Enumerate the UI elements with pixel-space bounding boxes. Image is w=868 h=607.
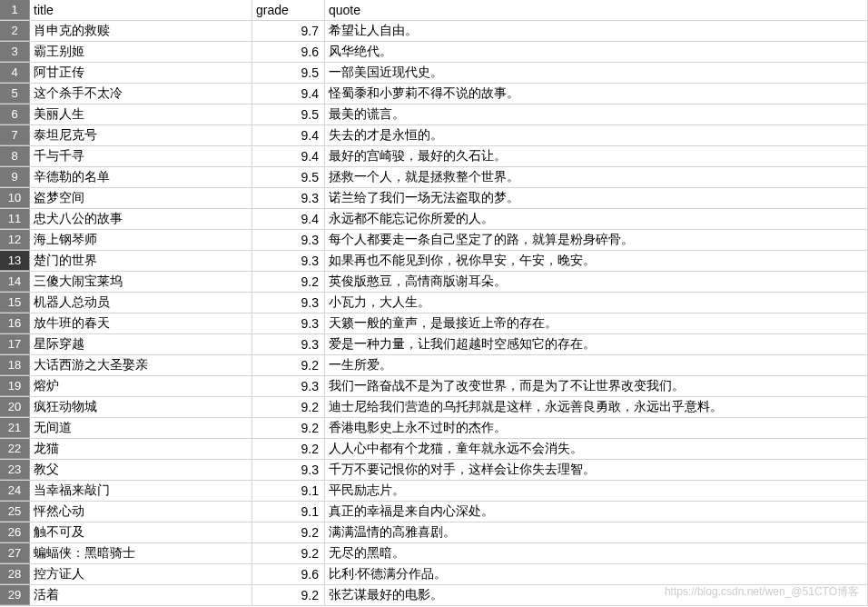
cell-grade[interactable]: 9.3 [252,293,325,313]
cell-grade[interactable]: 9.6 [252,564,325,584]
row-number-header[interactable]: 21 [0,418,30,438]
cell-grade[interactable]: 9.5 [252,167,325,187]
table-row[interactable]: 16放牛班的春天9.3天籁一般的童声，是最接近上帝的存在。 [0,313,868,334]
table-row[interactable]: 3霸王别姬9.6风华绝代。 [0,42,868,63]
cell-title[interactable]: 忠犬八公的故事 [30,209,252,229]
cell-title[interactable]: 教父 [30,460,252,480]
cell-grade[interactable]: 9.4 [252,125,325,145]
cell-grade[interactable]: 9.2 [252,522,325,542]
table-row[interactable]: 18大话西游之大圣娶亲9.2一生所爱。 [0,355,868,376]
cell-grade[interactable]: 9.1 [252,481,325,501]
cell-quote[interactable]: 比利·怀德满分作品。 [325,564,868,584]
cell-title[interactable]: 疯狂动物城 [30,397,252,417]
row-number-header[interactable]: 25 [0,502,30,522]
table-row[interactable]: 2肖申克的救赎9.7希望让人自由。 [0,21,868,42]
cell-grade[interactable]: 9.3 [252,334,325,354]
cell-title[interactable]: 大话西游之大圣娶亲 [30,355,252,375]
cell-title[interactable]: 霸王别姬 [30,42,252,62]
cell-title[interactable]: 阿甘正传 [30,63,252,83]
row-number-header[interactable]: 19 [0,376,30,396]
row-number-header[interactable]: 23 [0,460,30,480]
row-number-header[interactable]: 16 [0,313,30,333]
cell-title[interactable]: 活着 [30,585,252,605]
row-number-header[interactable]: 4 [0,63,30,83]
table-row[interactable]: 13楚门的世界9.3如果再也不能见到你，祝你早安，午安，晚安。 [0,251,868,272]
cell-quote[interactable]: 迪士尼给我们营造的乌托邦就是这样，永远善良勇敢，永远出乎意料。 [325,397,868,417]
cell-quote[interactable]: 拯救一个人，就是拯救整个世界。 [325,167,868,187]
cell-title[interactable]: 蝙蝠侠：黑暗骑士 [30,543,252,563]
table-row[interactable]: 4阿甘正传9.5一部美国近现代史。 [0,63,868,84]
table-row[interactable]: 1titlegradequote [0,0,868,21]
cell-grade[interactable]: 9.3 [252,188,325,208]
row-number-header[interactable]: 11 [0,209,30,229]
row-number-header[interactable]: 2 [0,21,30,41]
cell-grade[interactable]: 9.2 [252,355,325,375]
cell-grade[interactable]: 9.3 [252,230,325,250]
row-number-header[interactable]: 7 [0,125,30,145]
row-number-header[interactable]: 28 [0,564,30,584]
cell-quote[interactable]: 我们一路奋战不是为了改变世界，而是为了不让世界改变我们。 [325,376,868,396]
row-number-header[interactable]: 8 [0,146,30,166]
cell-title[interactable]: 三傻大闹宝莱坞 [30,272,252,292]
cell-quote[interactable]: 无尽的黑暗。 [325,543,868,563]
cell-quote[interactable]: 每个人都要走一条自己坚定了的路，就算是粉身碎骨。 [325,230,868,250]
cell-grade[interactable]: 9.2 [252,418,325,438]
cell-grade[interactable]: 9.4 [252,209,325,229]
row-number-header[interactable]: 15 [0,293,30,313]
row-number-header[interactable]: 26 [0,522,30,542]
cell-grade[interactable]: 9.4 [252,84,325,104]
table-row[interactable]: 17星际穿越9.3爱是一种力量，让我们超越时空感知它的存在。 [0,334,868,355]
row-number-header[interactable]: 12 [0,230,30,250]
table-row[interactable]: 27蝙蝠侠：黑暗骑士9.2无尽的黑暗。 [0,543,868,564]
cell-title[interactable]: 控方证人 [30,564,252,584]
cell-title[interactable]: 龙猫 [30,439,252,459]
spreadsheet-grid[interactable]: 1titlegradequote2肖申克的救赎9.7希望让人自由。3霸王别姬9.… [0,0,868,606]
cell-grade[interactable]: 9.2 [252,272,325,292]
table-row[interactable]: 15机器人总动员9.3小瓦力，大人生。 [0,293,868,313]
cell-grade[interactable]: 9.3 [252,251,325,271]
cell-grade[interactable]: 9.2 [252,585,325,605]
cell-title[interactable]: 放牛班的春天 [30,313,252,333]
cell-title[interactable]: 海上钢琴师 [30,230,252,250]
cell-quote[interactable]: 香港电影史上永不过时的杰作。 [325,418,868,438]
cell-quote[interactable]: 千万不要记恨你的对手，这样会让你失去理智。 [325,460,868,480]
cell-title[interactable]: 美丽人生 [30,104,252,124]
table-row[interactable]: 26触不可及9.2满满温情的高雅喜剧。 [0,522,868,543]
cell-grade[interactable]: 9.5 [252,104,325,124]
cell-quote[interactable]: 一生所爱。 [325,355,868,375]
table-row[interactable]: 8千与千寻9.4最好的宫崎骏，最好的久石让。 [0,146,868,167]
cell-title[interactable]: 当幸福来敲门 [30,481,252,501]
cell-quote[interactable]: 一部美国近现代史。 [325,63,868,83]
table-row[interactable]: 24当幸福来敲门9.1平民励志片。 [0,481,868,502]
table-row[interactable]: 28控方证人9.6比利·怀德满分作品。 [0,564,868,585]
row-number-header[interactable]: 18 [0,355,30,375]
cell-quote[interactable]: quote [325,0,868,20]
cell-grade[interactable]: 9.3 [252,460,325,480]
cell-title[interactable]: 触不可及 [30,522,252,542]
row-number-header[interactable]: 5 [0,84,30,104]
row-number-header[interactable]: 24 [0,481,30,501]
table-row[interactable]: 21无间道9.2香港电影史上永不过时的杰作。 [0,418,868,439]
cell-quote[interactable]: 风华绝代。 [325,42,868,62]
cell-grade[interactable]: 9.3 [252,376,325,396]
cell-grade[interactable]: 9.7 [252,21,325,41]
cell-quote[interactable]: 希望让人自由。 [325,21,868,41]
table-row[interactable]: 14三傻大闹宝莱坞9.2英俊版憨豆，高情商版谢耳朵。 [0,272,868,293]
cell-grade[interactable]: 9.2 [252,397,325,417]
table-row[interactable]: 6美丽人生9.5最美的谎言。 [0,104,868,125]
cell-quote[interactable]: 小瓦力，大人生。 [325,293,868,313]
table-row[interactable]: 22龙猫9.2人人心中都有个龙猫，童年就永远不会消失。 [0,439,868,460]
cell-quote[interactable]: 满满温情的高雅喜剧。 [325,522,868,542]
table-row[interactable]: 7泰坦尼克号9.4失去的才是永恒的。 [0,125,868,146]
cell-quote[interactable]: 最好的宫崎骏，最好的久石让。 [325,146,868,166]
cell-quote[interactable]: 爱是一种力量，让我们超越时空感知它的存在。 [325,334,868,354]
row-number-header[interactable]: 22 [0,439,30,459]
cell-grade[interactable]: 9.6 [252,42,325,62]
cell-grade[interactable]: grade [252,0,325,20]
cell-title[interactable]: 楚门的世界 [30,251,252,271]
row-number-header[interactable]: 29 [0,585,30,605]
cell-quote[interactable]: 平民励志片。 [325,481,868,501]
cell-grade[interactable]: 9.5 [252,63,325,83]
row-number-header[interactable]: 6 [0,104,30,124]
table-row[interactable]: 25怦然心动9.1真正的幸福是来自内心深处。 [0,502,868,522]
